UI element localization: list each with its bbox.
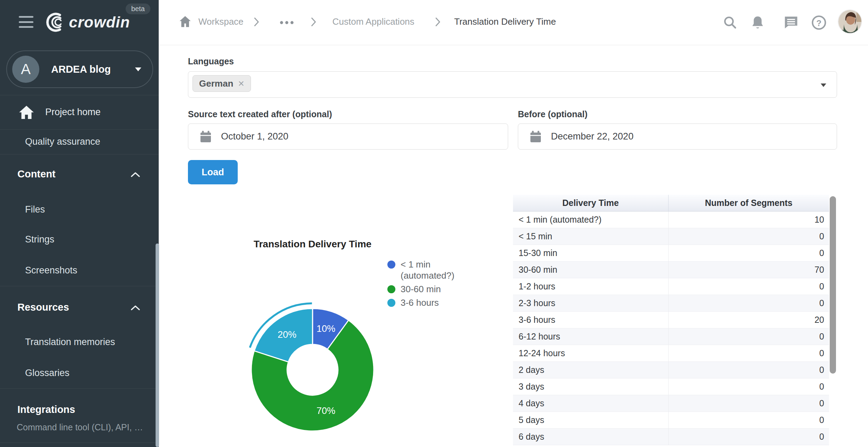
language-chip-german[interactable]: German ×	[192, 75, 251, 92]
sidebar-item-translation-memories[interactable]: Translation memories	[0, 328, 156, 356]
breadcrumb-ellipsis-icon[interactable]	[279, 20, 294, 26]
menu-icon[interactable]	[19, 16, 33, 28]
table-row[interactable]: 4 days0	[513, 395, 829, 412]
segments-count-cell: 70	[668, 261, 829, 278]
divider	[0, 154, 159, 154]
delivery-time-cell: 15-30 min	[513, 245, 668, 261]
table-row[interactable]: 3-6 hours20	[513, 311, 829, 328]
svg-text:?: ?	[816, 18, 822, 28]
legend-dot-icon	[387, 261, 395, 269]
crowdin-logo[interactable]: crowdin	[42, 13, 130, 32]
sidebar-item-project-home[interactable]: Project home	[0, 95, 156, 129]
languages-select[interactable]: German ×	[188, 71, 837, 98]
table-row[interactable]: < 15 min0	[513, 228, 829, 245]
after-date-value: October 1, 2020	[221, 131, 289, 142]
table-row[interactable]: 2-3 hours0	[513, 295, 829, 311]
table-row[interactable]: < 1 min (automated?)10	[513, 211, 829, 228]
table-row[interactable]: 6-12 hours0	[513, 328, 829, 345]
breadcrumb-chevron-icon	[311, 17, 316, 28]
sidebar-scrollbar[interactable]	[156, 244, 159, 447]
breadcrumb-custom-applications[interactable]: Custom Applications	[332, 16, 415, 27]
donut-chart: 10%70%20%	[244, 302, 384, 441]
sidebar-item-label: Strings	[25, 234, 54, 245]
delivery-time-table: Delivery TimeNumber of Segments < 1 min …	[513, 195, 829, 445]
column-header-2[interactable]: Number of Segments	[668, 195, 829, 211]
table-row[interactable]: 15-30 min0	[513, 245, 829, 261]
table-row[interactable]: 30-60 min70	[513, 261, 829, 278]
user-avatar-image	[838, 10, 862, 34]
legend-label: < 1 min (automated?)	[401, 259, 467, 281]
table-header: Delivery TimeNumber of Segments	[513, 195, 829, 211]
home-icon	[18, 105, 34, 120]
sidebar-item-glossaries[interactable]: Glossaries	[0, 359, 156, 387]
language-chip-label: German	[199, 78, 233, 89]
delivery-time-cell: < 15 min	[513, 228, 668, 245]
breadcrumb-home-icon[interactable]	[179, 15, 192, 30]
delivery-time-cell: 6 days	[513, 428, 668, 445]
sidebar-item-strings[interactable]: Strings	[0, 225, 156, 253]
load-button[interactable]: Load	[188, 160, 238, 184]
before-date-label: Before (optional)	[518, 109, 587, 119]
chevron-up-icon	[131, 168, 140, 180]
section-label: Integrations	[17, 404, 75, 415]
chevron-down-icon	[135, 67, 141, 71]
breadcrumb-current-page: Translation Delivery Time	[454, 16, 556, 27]
table-row[interactable]: 2 days0	[513, 361, 829, 378]
search-icon[interactable]	[723, 15, 737, 31]
segments-count-cell: 0	[668, 295, 829, 311]
slice-percent-label: 10%	[316, 324, 335, 334]
messages-icon[interactable]	[784, 15, 798, 31]
project-name: ARDEA blog	[51, 64, 111, 75]
crowdin-logo-icon	[42, 13, 65, 32]
notifications-icon[interactable]	[751, 15, 765, 31]
table-row[interactable]: 5 days0	[513, 412, 829, 428]
segments-count-cell: 0	[668, 378, 829, 395]
slice-percent-label: 70%	[316, 406, 335, 416]
delivery-time-cell: 30-60 min	[513, 261, 668, 278]
segments-count-cell: 0	[668, 345, 829, 361]
legend-dot-icon	[387, 299, 395, 307]
after-date-input[interactable]: October 1, 2020	[188, 123, 508, 150]
delivery-time-cell: 1-2 hours	[513, 278, 668, 295]
slice-percent-label: 20%	[278, 329, 297, 340]
segments-count-cell: 0	[668, 395, 829, 412]
segments-count-cell: 0	[668, 328, 829, 345]
user-avatar[interactable]	[838, 9, 862, 34]
segments-count-cell: 0	[668, 412, 829, 428]
sidebar-item-files[interactable]: Files	[0, 195, 156, 223]
sidebar-item-label: Glossaries	[25, 368, 70, 378]
before-date-input[interactable]: December 22, 2020	[518, 123, 837, 150]
legend-item-2[interactable]: 30-60 min	[387, 284, 474, 295]
select-caret-icon	[821, 83, 826, 87]
table-scrollbar[interactable]	[830, 196, 836, 374]
sidebar-item-label: Quality assurance	[25, 136, 100, 147]
segments-count-cell: 0	[668, 428, 829, 445]
sidebar-item-screenshots[interactable]: Screenshots	[0, 256, 156, 284]
legend-item-3[interactable]: 3-6 hours	[387, 297, 474, 308]
help-icon[interactable]: ?	[812, 15, 826, 31]
segments-count-cell: 0	[668, 361, 829, 378]
calendar-icon	[200, 130, 211, 143]
sidebar-section-content[interactable]: Content	[0, 160, 156, 188]
integrations-caption: Command line tool (CLI), API, …	[0, 418, 156, 436]
legend-item-1[interactable]: < 1 min (automated?)	[387, 259, 474, 281]
table-row[interactable]: 3 days0	[513, 378, 829, 395]
remove-language-icon[interactable]: ×	[238, 78, 244, 89]
table-row[interactable]: 6 days0	[513, 428, 829, 445]
after-date-label: Source text created after (optional)	[188, 109, 332, 119]
column-header-1[interactable]: Delivery Time	[513, 195, 668, 211]
breadcrumb-chevron-icon	[254, 17, 259, 28]
table-row[interactable]: 12-24 hours0	[513, 345, 829, 361]
project-avatar: A	[12, 56, 39, 83]
project-avatar-letter: A	[21, 61, 31, 78]
segments-count-cell: 20	[668, 311, 829, 328]
delivery-time-cell: 5 days	[513, 412, 668, 428]
project-selector[interactable]: A ARDEA blog	[6, 50, 153, 88]
delivery-time-cell: 3-6 hours	[513, 311, 668, 328]
legend-label: 30-60 min	[401, 284, 467, 295]
sidebar-item-quality-assurance[interactable]: Quality assurance	[0, 129, 156, 154]
table-row[interactable]: 1-2 hours0	[513, 278, 829, 295]
breadcrumb-workspace[interactable]: Workspace	[198, 16, 244, 27]
sidebar-section-resources[interactable]: Resources	[0, 293, 156, 321]
sidebar-item-label: Files	[25, 204, 45, 215]
